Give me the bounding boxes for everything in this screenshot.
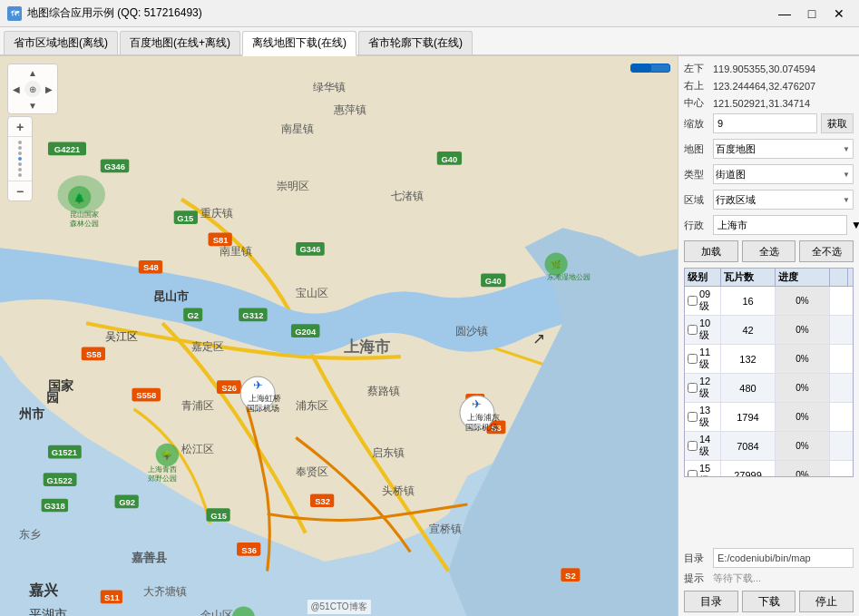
nav-down-right[interactable] (41, 97, 57, 113)
svg-text:青浦区: 青浦区 (181, 400, 214, 411)
bottom-left-value: 119.905355,30.074594 (713, 64, 854, 74)
svg-text:金山区: 金山区 (200, 610, 233, 616)
dir-button[interactable]: 目录 (684, 591, 738, 612)
area-select[interactable]: 行政区域 矩形区域 (713, 190, 854, 210)
nav-up[interactable]: ▲ (24, 64, 41, 81)
center-row: 中心 121.502921,31.34714 (684, 96, 854, 110)
admin-dropdown-icon[interactable]: ▼ (851, 219, 859, 231)
row-checkbox-6[interactable] (688, 470, 698, 477)
row-checkbox-1[interactable] (688, 325, 698, 335)
tab-baidu-map[interactable]: 百度地图(在线+离线) (120, 31, 240, 54)
zoom-in-button[interactable]: + (8, 117, 32, 137)
row-checkbox-5[interactable] (688, 441, 698, 451)
row-checkbox-4[interactable] (688, 412, 698, 422)
title-bar: 🗺 地图综合应用示例 (QQ: 517216493) — □ ✕ (0, 0, 859, 27)
svg-text:G15: G15 (210, 511, 227, 521)
hint-row: 提示 等待下载... (684, 572, 854, 585)
table-row[interactable]: 15级 27999 0% (685, 461, 853, 477)
svg-text:G40: G40 (485, 276, 502, 286)
table-row[interactable]: 11级 132 0% (685, 345, 853, 374)
tab-download-map[interactable]: 离线地图下载(在线) (242, 31, 356, 56)
dir-label: 目录 (684, 552, 709, 565)
nav-right[interactable]: ▶ (41, 81, 57, 97)
tiles-cell: 1794 (721, 403, 776, 431)
download-button[interactable]: 下载 (742, 591, 796, 612)
nav-down-left[interactable] (8, 97, 24, 113)
map-select-row: 地图 百度地图 谷歌地图 高德地图 (684, 139, 854, 159)
hint-label: 提示 (684, 572, 709, 585)
table-row[interactable]: 10级 42 0% (685, 316, 853, 345)
stop-button[interactable]: 停止 (799, 591, 854, 612)
tab-province-map[interactable]: 省市轮廓下载(在线) (358, 31, 473, 54)
svg-text:郊野公园: 郊野公园 (148, 474, 177, 483)
load-button[interactable]: 加载 (684, 240, 738, 262)
close-button[interactable]: ✕ (826, 5, 852, 23)
level-cell: 12级 (685, 374, 721, 402)
progress-cell: 0% (776, 403, 830, 431)
level-cell: 09级 (685, 287, 721, 315)
row-checkbox-3[interactable] (688, 383, 698, 393)
nav-center[interactable]: ⊕ (24, 81, 41, 97)
level-cell: 14级 (685, 432, 721, 460)
minimize-button[interactable]: — (772, 5, 797, 23)
tiles-cell: 42 (721, 316, 776, 344)
svg-text:大齐塘镇: 大齐塘镇 (143, 585, 187, 597)
map-type-map-button[interactable] (630, 64, 650, 73)
svg-text:S558: S558 (136, 390, 156, 400)
admin-input[interactable] (713, 215, 847, 235)
svg-text:园: 园 (46, 391, 59, 405)
tiles-table: 级别 瓦片数 进度 09级 16 0% 10级 (684, 268, 854, 544)
type-select[interactable]: 街道图 卫星图 混合图 (713, 164, 854, 184)
maximize-button[interactable]: □ (799, 5, 825, 23)
svg-text:上海虹桥: 上海虹桥 (249, 393, 281, 403)
map-copyright: @51CTO博客 (307, 600, 370, 614)
map-type-satellite-button[interactable] (650, 64, 670, 73)
table-row[interactable]: 09级 16 0% (685, 287, 853, 316)
select-all-button[interactable]: 全选 (742, 240, 796, 262)
window-title: 地图综合应用示例 (QQ: 517216493) (27, 5, 202, 21)
svg-text:奉贤区: 奉贤区 (296, 466, 328, 478)
svg-text:重庆镇: 重庆镇 (200, 207, 233, 219)
zoom-dot-4 (18, 157, 22, 161)
svg-text:国际机场: 国际机场 (247, 403, 279, 413)
hint-value: 等待下载... (713, 572, 854, 585)
row-checkbox-2[interactable] (688, 354, 698, 364)
svg-text:昆山国家: 昆山国家 (70, 210, 99, 219)
svg-text:S58: S58 (86, 349, 102, 359)
dir-value: E:/codeniubi/bin/map (713, 548, 854, 568)
zoom-control: + − (7, 116, 33, 201)
svg-text:S11: S11 (104, 592, 120, 602)
map-container[interactable]: G4221 G346 G15 G346 G40 G40 S81 S48 S58 (0, 56, 678, 616)
nav-up-left[interactable] (8, 64, 24, 81)
svg-text:G318: G318 (44, 501, 65, 511)
row-checkbox-0[interactable] (688, 296, 698, 306)
tab-offline-map[interactable]: 省市区域地图(离线) (4, 31, 118, 54)
table-body[interactable]: 09级 16 0% 10级 42 0% (684, 287, 854, 477)
svg-text:嘉善县: 嘉善县 (131, 551, 167, 564)
map-select[interactable]: 百度地图 谷歌地图 高德地图 (713, 139, 854, 159)
app-icon: 🗺 (7, 6, 22, 21)
main-area: G4221 G346 G15 G346 G40 G40 S81 S48 S58 (0, 56, 859, 616)
area-select-row: 区域 行政区域 矩形区域 (684, 190, 854, 210)
zoom-input[interactable] (713, 113, 817, 133)
zoom-out-button[interactable]: − (8, 181, 32, 200)
top-right-row: 右上 123.244464,32.476207 (684, 79, 854, 93)
svg-text:嘉兴: 嘉兴 (28, 582, 59, 598)
admin-row: 行政 ▼ (684, 215, 854, 235)
zoom-label: 缩放 (684, 117, 709, 131)
table-row[interactable]: 14级 7084 0% (685, 432, 853, 461)
zoom-track (8, 137, 32, 181)
select-none-button[interactable]: 全不选 (799, 240, 854, 262)
svg-text:绿华镇: 绿华镇 (313, 82, 346, 93)
table-row[interactable]: 13级 1794 0% (685, 403, 853, 432)
map-controls: ▲ ◀ ⊕ ▶ ▼ + − (7, 64, 58, 201)
zoom-dot-3 (18, 152, 22, 155)
nav-down[interactable]: ▼ (24, 97, 41, 113)
svg-text:圆沙镇: 圆沙镇 (455, 326, 488, 337)
nav-left[interactable]: ◀ (8, 81, 24, 97)
svg-text:G346: G346 (104, 161, 125, 171)
zoom-get-button[interactable]: 获取 (821, 113, 854, 133)
svg-text:G346: G346 (299, 244, 320, 254)
nav-up-right[interactable] (41, 64, 57, 81)
table-row[interactable]: 12级 480 0% (685, 374, 853, 403)
